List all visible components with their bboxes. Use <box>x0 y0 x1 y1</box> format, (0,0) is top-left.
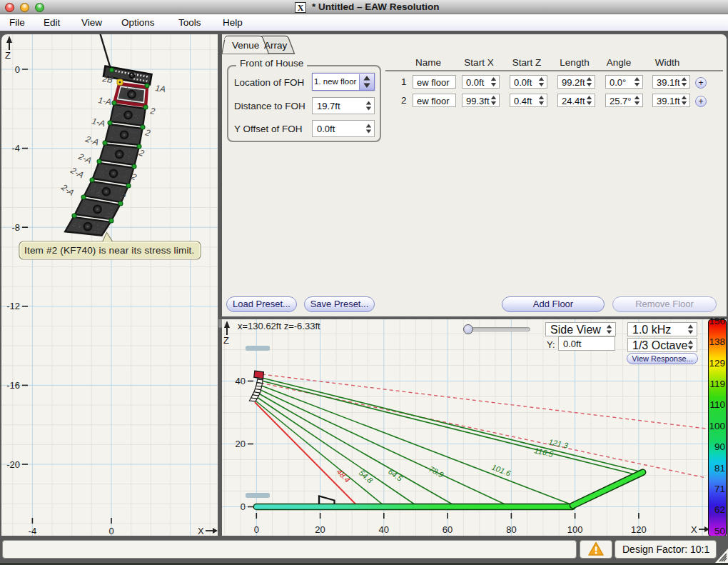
svg-text:0: 0 <box>15 64 20 75</box>
svg-text:-4: -4 <box>11 143 20 154</box>
svg-text:40: 40 <box>236 376 246 386</box>
svg-text:-8: -8 <box>11 222 20 233</box>
svg-text:-20: -20 <box>6 459 20 470</box>
svg-text:Array: Array <box>264 40 288 51</box>
svg-text:20: 20 <box>315 524 325 535</box>
svg-text:-16: -16 <box>6 380 20 391</box>
svg-text:0: 0 <box>254 524 259 535</box>
svg-text:0: 0 <box>241 501 246 512</box>
svg-text:Item #2 (KF740) is near its st: Item #2 (KF740) is near its stress limit… <box>24 245 195 256</box>
svg-text:1A: 1A <box>155 83 166 94</box>
svg-text:20: 20 <box>236 439 246 449</box>
svg-text:100: 100 <box>567 524 583 535</box>
svg-text:120: 120 <box>631 524 647 535</box>
svg-text:Z: Z <box>5 50 11 61</box>
svg-text:x=130.62ft z=-6.33ft: x=130.62ft z=-6.33ft <box>238 321 320 331</box>
svg-text:0: 0 <box>108 526 113 536</box>
svg-text:-4: -4 <box>29 526 37 536</box>
svg-text:X: X <box>691 524 697 535</box>
svg-text:40: 40 <box>379 524 389 535</box>
svg-text:Venue: Venue <box>232 40 259 51</box>
svg-text:80: 80 <box>506 524 516 535</box>
svg-text:60: 60 <box>443 524 453 535</box>
svg-text:2B: 2B <box>101 74 114 85</box>
svg-text:-12: -12 <box>6 301 20 311</box>
svg-text:1-A: 1-A <box>98 95 113 107</box>
svg-text:X: X <box>198 526 204 536</box>
svg-text:Z: Z <box>223 335 229 346</box>
